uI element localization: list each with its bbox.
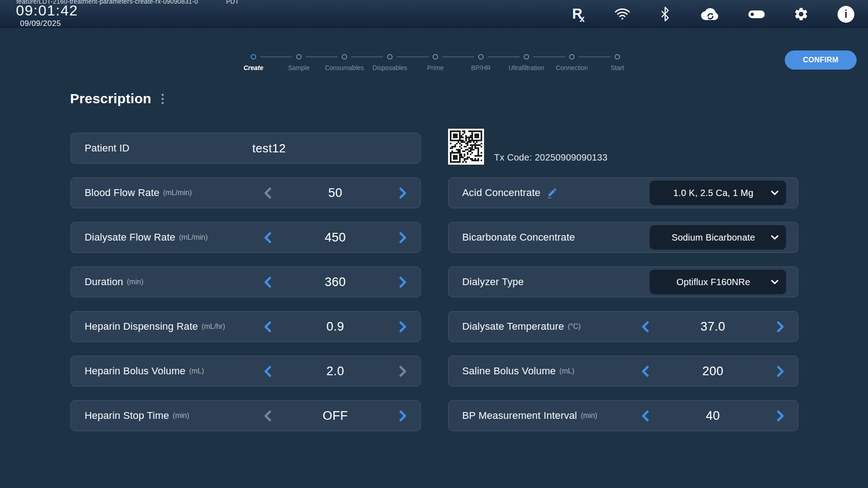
- timezone-label: PDT: [226, 0, 239, 5]
- field-value[interactable]: 40: [652, 409, 774, 423]
- rx-icon: Rx: [569, 5, 585, 23]
- chevron-down-icon: [770, 188, 780, 198]
- decrement-chevron-icon[interactable]: [262, 231, 274, 244]
- increment-chevron-icon[interactable]: [396, 410, 409, 422]
- step-circle: [296, 54, 302, 60]
- field-value[interactable]: 37.0: [652, 320, 774, 334]
- field-label: Saline Bolus Volume: [462, 365, 556, 377]
- field-value[interactable]: 2.0: [274, 364, 396, 378]
- field-label: Acid Concentrate: [462, 187, 540, 199]
- saline-bolus-volume-field: Saline Bolus Volume (mL) 200: [448, 356, 798, 387]
- decrement-chevron-icon[interactable]: [262, 276, 274, 288]
- acid-concentrate-field: Acid Concentrate 1.0 K, 2.5 Ca, 1 Mg: [448, 177, 798, 208]
- increment-chevron-icon[interactable]: [396, 321, 409, 333]
- field-unit: (mL): [560, 367, 575, 375]
- acid-concentrate-select[interactable]: 1.0 K, 2.5 Ca, 1 Mg: [650, 181, 786, 205]
- dialyzer-type-select[interactable]: Optiflux F160NRe: [650, 270, 786, 294]
- page-title: Prescription: [70, 91, 151, 106]
- qr-code: [448, 129, 484, 165]
- usb-drive-icon: [748, 10, 765, 18]
- field-unit: (mL/hr): [202, 322, 225, 331]
- patient-id-field[interactable]: Patient ID test12: [71, 133, 421, 164]
- bicarbonate-concentrate-select[interactable]: Sodium Bicarbonate: [650, 225, 786, 250]
- field-label: BP Measurement Interval: [462, 410, 577, 422]
- field-unit: (mL/min): [163, 189, 192, 197]
- field-label: Blood Flow Rate: [85, 187, 159, 199]
- decrement-chevron-icon[interactable]: [262, 187, 274, 199]
- field-label: Dialysate Flow Rate: [85, 231, 175, 243]
- field-label: Dialysate Temperature: [462, 321, 564, 332]
- field-unit: (mL/min): [179, 233, 207, 241]
- patient-id-value[interactable]: test12: [130, 141, 409, 156]
- select-value: 1.0 K, 2.5 Ca, 1 Mg: [657, 188, 770, 198]
- increment-chevron-icon[interactable]: [396, 276, 409, 288]
- increment-chevron-icon[interactable]: [396, 187, 409, 199]
- decrement-chevron-icon[interactable]: [640, 365, 652, 377]
- decrement-chevron-icon[interactable]: [262, 365, 274, 377]
- step-circle: [387, 54, 393, 60]
- confirm-button[interactable]: CONFIRM: [785, 50, 857, 70]
- increment-chevron-icon[interactable]: [396, 231, 409, 244]
- step-circle: [569, 54, 575, 60]
- cloud-sync-icon: [700, 7, 720, 21]
- dialyzer-type-field: Dialyzer Type Optiflux F160NRe: [448, 267, 798, 297]
- field-value[interactable]: 0.9: [274, 320, 396, 334]
- blood-flow-rate-field: Blood Flow Rate (mL/min) 50: [71, 177, 421, 208]
- step-circle: [342, 54, 347, 60]
- field-value[interactable]: 450: [274, 231, 396, 245]
- step-circle: [615, 54, 620, 60]
- increment-chevron-icon[interactable]: [396, 365, 409, 377]
- field-unit: (min): [173, 412, 189, 420]
- field-value[interactable]: 360: [274, 275, 396, 289]
- select-value: Sodium Bicarbonate: [657, 232, 770, 243]
- tx-code-label: Tx Code: 20250909090133: [494, 152, 607, 163]
- field-value[interactable]: 50: [274, 186, 396, 200]
- clock: 09:01:42 09/09/2025: [16, 3, 78, 27]
- decrement-chevron-icon[interactable]: [640, 321, 652, 333]
- prescription-left-column: Patient ID test12 Blood Flow Rate (mL/mi…: [71, 133, 421, 445]
- dialysate-temperature-field: Dialysate Temperature (°C) 37.0: [448, 311, 798, 342]
- edit-pencil-icon[interactable]: [547, 187, 558, 199]
- bluetooth-icon: [659, 6, 671, 22]
- field-label: Heparin Dispensing Rate: [85, 321, 198, 332]
- info-icon[interactable]: i: [838, 6, 854, 23]
- increment-chevron-icon[interactable]: [774, 365, 786, 377]
- increment-chevron-icon[interactable]: [774, 410, 786, 422]
- wifi-icon: [614, 7, 631, 21]
- field-value[interactable]: OFF: [274, 409, 396, 423]
- chevron-down-icon: [770, 277, 780, 287]
- field-value[interactable]: 200: [652, 364, 774, 378]
- select-value: Optiflux F160NRe: [657, 277, 770, 287]
- heparin-stop-time-field: Heparin Stop Time (min) OFF: [71, 400, 421, 431]
- prescription-menu-button[interactable]: [160, 92, 166, 106]
- dialysate-flow-rate-field: Dialysate Flow Rate (mL/min) 450: [71, 222, 421, 253]
- settings-gear-icon[interactable]: [793, 6, 809, 22]
- decrement-chevron-icon[interactable]: [640, 410, 652, 422]
- field-label: Patient ID: [85, 142, 130, 154]
- chevron-down-icon: [770, 232, 780, 242]
- step-start[interactable]: Start: [595, 54, 640, 71]
- step-circle: [433, 54, 438, 60]
- heparin-dispensing-rate-field: Heparin Dispensing Rate (mL/hr) 0.9: [71, 311, 421, 342]
- field-unit: (mL): [189, 367, 204, 375]
- step-circle: [524, 54, 529, 60]
- top-status-bar: feature/LDT-2160-treatment-parameters-cr…: [0, 0, 868, 28]
- step-circle: [251, 54, 256, 60]
- field-unit: (min): [127, 278, 143, 286]
- field-unit: (min): [580, 412, 597, 420]
- field-label: Bicarbonate Concentrate: [462, 231, 575, 243]
- decrement-chevron-icon[interactable]: [262, 321, 274, 333]
- field-label: Heparin Bolus Volume: [85, 365, 186, 377]
- heparin-bolus-volume-field: Heparin Bolus Volume (mL) 2.0: [71, 356, 421, 387]
- bicarbonate-concentrate-field: Bicarbonate Concentrate Sodium Bicarbona…: [448, 222, 798, 253]
- increment-chevron-icon[interactable]: [774, 321, 786, 333]
- status-icon-tray: Rx: [569, 0, 854, 28]
- date-label: 09/09/2025: [16, 20, 78, 27]
- bp-measurement-interval-field: BP Measurement Interval (min) 40: [448, 400, 798, 431]
- field-label: Duration: [85, 276, 123, 288]
- time-label: 09:01:42: [16, 3, 78, 18]
- tx-code-block: Tx Code: 20250909090133: [448, 129, 798, 165]
- step-circle: [478, 54, 484, 60]
- treatment-parameters-page: feature/LDT-2160-treatment-parameters-cr…: [0, 0, 868, 488]
- decrement-chevron-icon[interactable]: [262, 410, 274, 422]
